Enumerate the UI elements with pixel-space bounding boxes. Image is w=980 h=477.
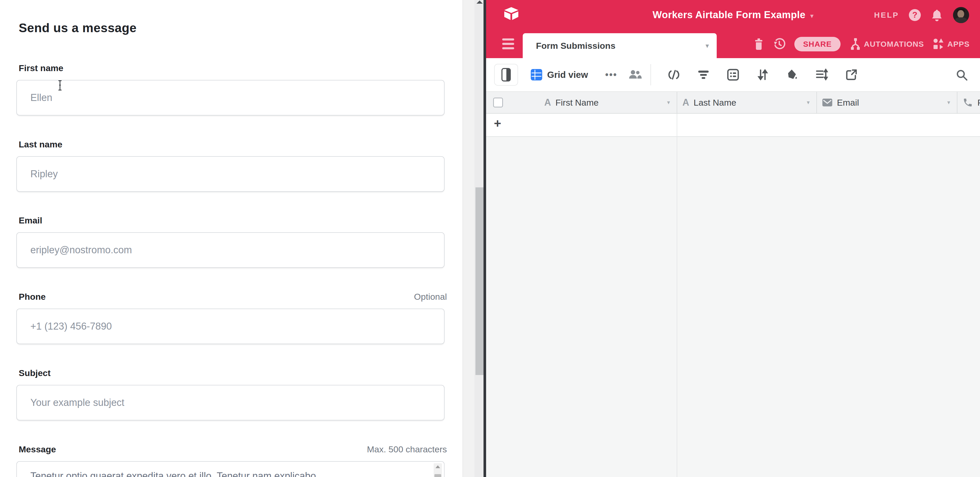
user-avatar[interactable] bbox=[953, 7, 969, 23]
column-header-phone[interactable]: P bbox=[957, 92, 980, 113]
message-maxlength-note: Max. 500 characters bbox=[367, 444, 447, 455]
group-icon[interactable] bbox=[726, 68, 740, 81]
email-label: Email bbox=[19, 216, 42, 225]
tab-form-submissions[interactable]: Form Submissions ▾ bbox=[523, 33, 717, 58]
notifications-bell-icon[interactable] bbox=[931, 8, 943, 22]
single-line-text-field-icon: A bbox=[544, 97, 551, 108]
toolbar-divider bbox=[651, 64, 651, 86]
sidebar-toggle-icon bbox=[501, 68, 511, 81]
view-options-button[interactable]: ••• bbox=[605, 69, 617, 80]
form-window-scrollbar[interactable] bbox=[463, 0, 484, 477]
row-select-gutter bbox=[486, 92, 539, 113]
window-divider bbox=[484, 0, 486, 477]
view-toolbar: Grid view ••• bbox=[486, 58, 980, 92]
message-textarea[interactable]: Tenetur optio quaerat expedita vero et i… bbox=[16, 461, 445, 477]
scrollbar-up-arrow-icon[interactable] bbox=[477, 0, 483, 4]
base-title-caret-icon: ▾ bbox=[810, 10, 813, 20]
row-height-icon[interactable] bbox=[815, 68, 829, 81]
table-tab-caret-icon: ▾ bbox=[706, 42, 709, 50]
field-last-name: Last name bbox=[16, 139, 445, 192]
column-menu-caret-icon: ▾ bbox=[947, 99, 950, 106]
apps-button[interactable]: APPS bbox=[933, 38, 970, 50]
field-phone: Phone Optional bbox=[16, 292, 445, 344]
field-subject: Subject bbox=[16, 368, 445, 420]
base-title: Workers Airtable Form Example bbox=[652, 10, 805, 21]
help-button[interactable]: HELP bbox=[874, 11, 899, 19]
column-header-first-name[interactable]: A First Name ▾ bbox=[539, 92, 677, 113]
search-icon[interactable] bbox=[955, 68, 969, 82]
add-record-plus-icon: + bbox=[494, 116, 501, 130]
filter-icon[interactable] bbox=[697, 68, 710, 81]
phone-optional-note: Optional bbox=[414, 292, 447, 302]
field-first-name: First name bbox=[16, 63, 445, 116]
single-line-text-field-icon: A bbox=[682, 97, 689, 108]
apps-icon bbox=[933, 38, 945, 50]
color-icon[interactable] bbox=[786, 68, 799, 81]
phone-field-icon bbox=[963, 97, 973, 108]
field-message: Message Max. 500 characters Tenetur opti… bbox=[16, 444, 445, 477]
sort-icon[interactable] bbox=[756, 68, 769, 81]
subject-label: Subject bbox=[19, 368, 51, 378]
ibeam-cursor-icon bbox=[57, 80, 64, 91]
grid-view-icon[interactable] bbox=[530, 69, 542, 81]
message-label: Message bbox=[19, 444, 56, 455]
column-menu-caret-icon: ▾ bbox=[667, 99, 670, 106]
automations-button[interactable]: AUTOMATIONS bbox=[850, 38, 924, 51]
help-question-icon[interactable]: ? bbox=[909, 9, 921, 21]
column-header-last-name[interactable]: A Last Name ▾ bbox=[677, 92, 816, 113]
view-name-button[interactable]: Grid view bbox=[547, 70, 588, 80]
email-input[interactable] bbox=[16, 232, 445, 268]
view-sidebar-toggle-button[interactable] bbox=[494, 64, 518, 86]
message-scrollbar-thumb[interactable] bbox=[434, 474, 441, 477]
share-button[interactable]: SHARE bbox=[794, 37, 840, 51]
collaborators-icon[interactable] bbox=[628, 68, 642, 81]
primary-column-divider bbox=[677, 114, 677, 477]
subject-input[interactable] bbox=[16, 385, 445, 420]
message-scrollbar-up-arrow-icon[interactable] bbox=[436, 465, 440, 468]
trash-icon[interactable] bbox=[753, 38, 764, 51]
scrollbar-thumb[interactable] bbox=[476, 187, 484, 375]
airtable-topbar: Workers Airtable Form Example ▾ HELP ? bbox=[486, 0, 980, 30]
first-name-input[interactable] bbox=[16, 80, 445, 116]
contact-form-window: Send us a message First name Last name E… bbox=[0, 0, 463, 477]
field-email: Email bbox=[16, 216, 445, 268]
automations-label: AUTOMATIONS bbox=[864, 40, 924, 49]
last-name-label: Last name bbox=[19, 139, 62, 149]
apps-label: APPS bbox=[947, 40, 970, 49]
airtable-window: Workers Airtable Form Example ▾ HELP ? bbox=[486, 0, 980, 477]
table-tab-label: Form Submissions bbox=[536, 41, 706, 51]
hide-fields-icon[interactable] bbox=[667, 68, 681, 81]
email-field-icon bbox=[822, 98, 832, 107]
column-menu-caret-icon: ▾ bbox=[807, 99, 810, 106]
column-header-email[interactable]: Email ▾ bbox=[816, 92, 957, 113]
form-heading: Send us a message bbox=[19, 21, 137, 35]
message-scrollbar[interactable] bbox=[434, 463, 442, 477]
first-name-label: First name bbox=[19, 63, 64, 73]
select-all-checkbox[interactable] bbox=[493, 98, 503, 108]
add-record-row[interactable]: + bbox=[486, 114, 980, 137]
last-name-input[interactable] bbox=[16, 156, 445, 192]
table-list-menu-icon[interactable] bbox=[502, 38, 514, 49]
automations-icon bbox=[850, 38, 861, 51]
phone-input[interactable] bbox=[16, 309, 445, 344]
grid-header-row: A First Name ▾ A Last Name ▾ Email ▾ bbox=[486, 92, 980, 114]
phone-label: Phone bbox=[19, 292, 46, 302]
history-icon[interactable] bbox=[773, 38, 786, 51]
airtable-tabbar: Form Submissions ▾ bbox=[486, 30, 980, 58]
share-view-icon[interactable] bbox=[845, 68, 858, 81]
